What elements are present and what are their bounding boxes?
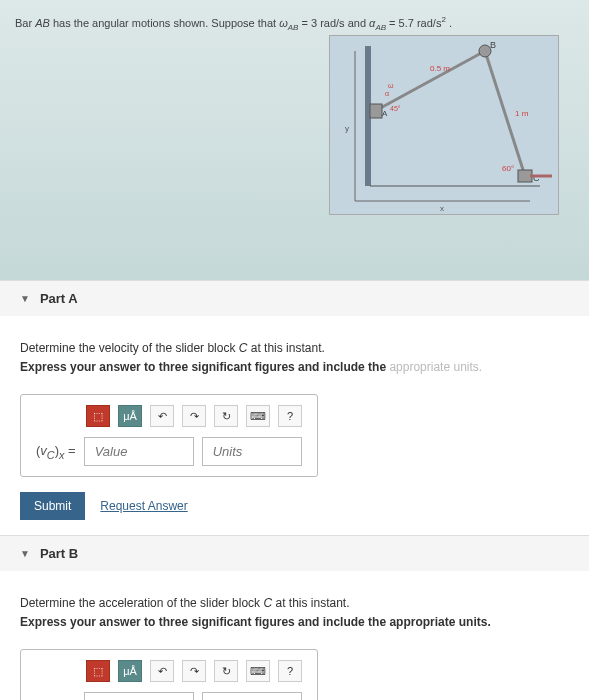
special-chars-button[interactable]: μÅ [118,405,142,427]
special-chars-button[interactable]: μÅ [118,660,142,682]
input-row: (vC)x = [36,437,302,466]
value-input[interactable] [84,692,194,700]
chevron-down-icon: ▼ [20,293,30,304]
submit-row: Submit Request Answer [20,492,569,520]
alpha-label: α [385,90,389,97]
input-row: (aC)x = [36,692,302,700]
faded-text: appropriate units. [389,360,482,374]
part-a-question: Determine the velocity of the slider blo… [20,341,569,355]
omega-label: ω [388,82,394,89]
angle-60: 60° [502,164,514,173]
dim-1: 1 m [515,109,529,118]
part-a-instruction: Express your answer to three significant… [20,360,569,374]
angle-45: 45° [390,105,401,112]
part-b-header[interactable]: ▼ Part B [0,535,589,571]
help-button[interactable]: ? [278,660,302,682]
keyboard-button[interactable]: ⌨ [246,405,270,427]
value-input[interactable] [84,437,194,466]
svg-rect-7 [370,104,382,118]
dim-05: 0.5 m [430,64,450,73]
sub: AB [288,23,299,32]
units-input[interactable] [202,692,302,700]
templates-button[interactable]: ⬚ [86,660,110,682]
y-axis-label: y [345,124,349,133]
help-button[interactable]: ? [278,405,302,427]
part-b-section: Determine the acceleration of the slider… [0,571,589,700]
svg-rect-8 [518,170,532,182]
units-input[interactable] [202,437,302,466]
submit-button[interactable]: Submit [20,492,85,520]
undo-button[interactable]: ↶ [150,405,174,427]
keyboard-button[interactable]: ⌨ [246,660,270,682]
bar-name: AB [35,17,50,29]
part-b-instruction: Express your answer to three significant… [20,615,569,629]
text: Express your answer to three significant… [20,360,389,374]
svg-line-4 [375,51,485,111]
templates-button[interactable]: ⬚ [86,405,110,427]
text: at this instant. [247,341,324,355]
part-a-section: Determine the velocity of the slider blo… [0,316,589,535]
part-b-question: Determine the acceleration of the slider… [20,596,569,610]
reset-button[interactable]: ↻ [214,660,238,682]
omega: ω [279,17,288,29]
part-b-title: Part B [40,546,78,561]
point-b: B [490,40,496,50]
part-a-answer-box: ⬚ μÅ ↶ ↷ ↻ ⌨ ? (vC)x = [20,394,318,477]
redo-button[interactable]: ↷ [182,660,206,682]
sub: AB [375,23,386,32]
text: Bar [15,17,35,29]
var: C [263,596,272,610]
problem-statement: Bar AB has the angular motions shown. Su… [15,15,574,32]
toolbar: ⬚ μÅ ↶ ↷ ↻ ⌨ ? [86,405,302,427]
chevron-down-icon: ▼ [20,548,30,559]
reset-button[interactable]: ↻ [214,405,238,427]
point-a: A [382,109,388,118]
text: = 3 rad/s [298,17,344,29]
undo-button[interactable]: ↶ [150,660,174,682]
text: = 5.7 rad/s [386,17,441,29]
x-axis-label: x [440,204,444,213]
text: at this instant. [272,596,349,610]
request-answer-link[interactable]: Request Answer [100,499,187,513]
text: and [345,17,369,29]
diagram: x y B C A 0.5 m 1 m 45° 60° ω α [329,35,559,215]
text: has the angular motions shown. Suppose t… [50,17,279,29]
toolbar: ⬚ μÅ ↶ ↷ ↻ ⌨ ? [86,660,302,682]
part-a-header[interactable]: ▼ Part A [0,280,589,316]
problem-panel: Bar AB has the angular motions shown. Su… [0,0,589,280]
redo-button[interactable]: ↷ [182,405,206,427]
part-a-title: Part A [40,291,78,306]
variable-label: (vC)x = [36,443,76,461]
part-b-answer-box: ⬚ μÅ ↶ ↷ ↻ ⌨ ? (aC)x = [20,649,318,700]
text: Determine the acceleration of the slider… [20,596,263,610]
text: . [446,17,452,29]
text: Determine the velocity of the slider blo… [20,341,239,355]
